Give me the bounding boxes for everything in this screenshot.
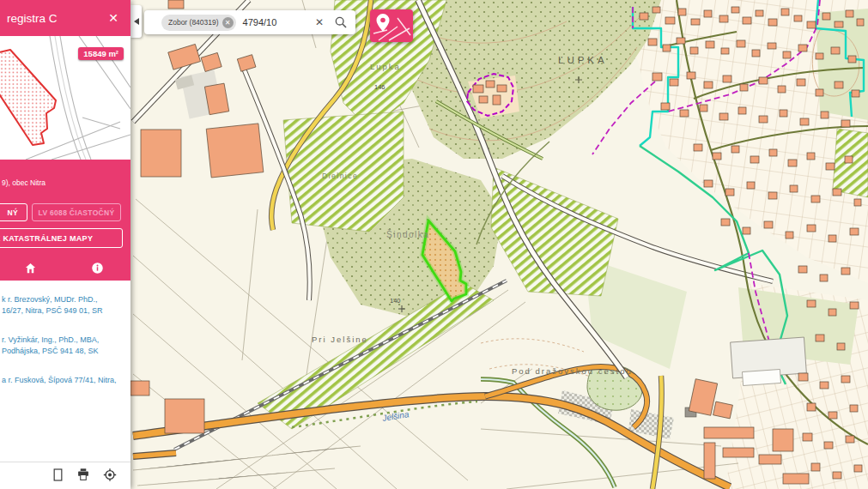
owner-line: r. Vyžinkár, Ing., PhD., MBA, — [2, 335, 129, 346]
print-icon[interactable] — [76, 468, 90, 489]
search-bar[interactable]: Zobor (840319) ✕ 4794/10 ✕ — [144, 10, 355, 34]
app-window: Ľupka ĽUPKA Dielnice Šindolka Pri Jelšin… — [0, 0, 868, 489]
close-icon[interactable]: ✕ — [108, 11, 118, 25]
owners-list: k r. Brezovský, MUDr. PhD., 16/27, Nitra… — [0, 281, 131, 462]
owner-line: Podhájska, PSČ 941 48, SK — [2, 346, 129, 357]
search-input[interactable]: 4794/10 — [243, 17, 315, 27]
label-sindolka: Šindolka — [386, 229, 429, 239]
owner-link[interactable]: a r. Fusková, Šípová 77/41, Nitra, — [2, 375, 129, 386]
search-chip-label: Zobor (840319) — [168, 18, 219, 27]
parcel-minimap[interactable]: 15849 m² — [0, 36, 131, 160]
locate-parcel-button[interactable] — [370, 9, 413, 42]
chip-remove-icon[interactable]: ✕ — [222, 17, 234, 28]
label-lupka-big: ĽUPKA — [558, 55, 608, 65]
collapse-arrow-icon — [134, 18, 139, 25]
panel-title: registra C — [7, 12, 58, 25]
panel-toolbar — [0, 462, 131, 489]
search-icon[interactable] — [334, 15, 348, 29]
home-icon[interactable] — [24, 262, 37, 275]
info-icon[interactable] — [91, 262, 104, 275]
gps-target-icon[interactable] — [103, 468, 117, 489]
owner-line: 16/27, Nitra, PSČ 949 01, SR — [2, 305, 129, 317]
label-elev-146: 146 — [374, 83, 385, 91]
lv-full-button[interactable]: NÝ — [0, 203, 27, 221]
owner-link[interactable]: r. Vyžinkár, Ing., PhD., MBA, Podhájska,… — [2, 335, 129, 356]
owner-line: k r. Brezovský, MUDr. PhD., — [2, 294, 129, 305]
parcel-subtitle: 9), obec Nitra — [2, 178, 46, 187]
label-elev-140: 140 — [390, 297, 401, 305]
label-dielnice: Dielnice — [322, 172, 358, 180]
parcel-info-panel: registra C ✕ — [0, 0, 131, 489]
label-pri-jelsine: Pri Jelšine — [312, 335, 368, 344]
label-pod-drazovskou: Pod dražovskou cestou — [512, 366, 633, 376]
area-badge: 15849 m² — [78, 47, 124, 60]
map-extract-button[interactable]: Z KATASTRÁLNEJ MAPY — [0, 228, 123, 248]
clear-search-icon[interactable]: ✕ — [315, 16, 324, 28]
owner-line: a r. Fusková, Šípová 77/41, Nitra, — [2, 375, 129, 386]
copy-page-icon[interactable] — [52, 468, 64, 489]
search-chip[interactable]: Zobor (840319) ✕ — [161, 15, 236, 31]
owner-link[interactable]: k r. Brezovský, MUDr. PhD., 16/27, Nitra… — [2, 294, 129, 316]
parcel-actions-section: 9), obec Nitra NÝ LV 6088 ČIASTOČNÝ Z KA… — [0, 160, 131, 281]
panel-header: registra C ✕ — [0, 0, 131, 36]
panel-collapse-button[interactable] — [131, 5, 142, 38]
label-lupka-small: Ľupka — [370, 62, 401, 71]
lv-partial-button[interactable]: LV 6088 ČIASTOČNÝ — [32, 203, 121, 221]
